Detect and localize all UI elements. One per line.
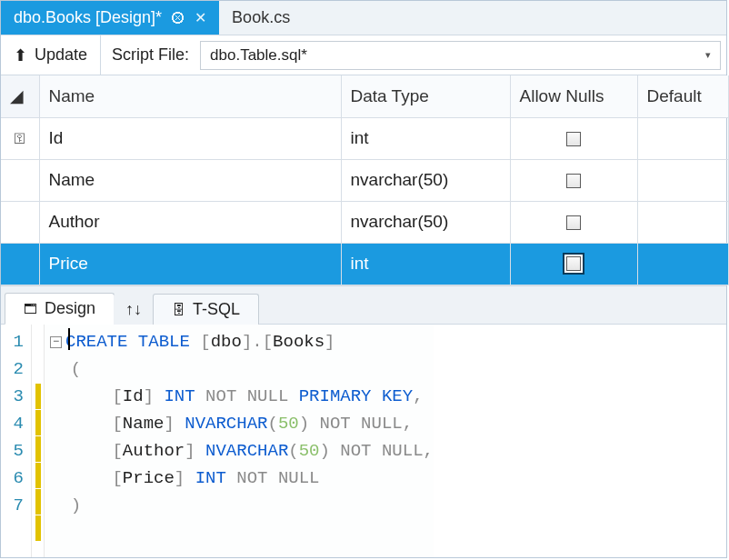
column-header-datatype[interactable]: Data Type xyxy=(341,75,510,117)
update-icon: ⬆ xyxy=(14,47,27,64)
designer-view-tabs: 🗔 Design ↑↓ 🗄 T-SQL xyxy=(1,286,726,325)
designer-toolbar: ⬆ Update Script File: dbo.Table.sql* ▾ xyxy=(1,35,726,75)
document-tab-strip: dbo.Books [Design]* ⮿ ✕ Book.cs xyxy=(1,1,726,35)
cell-default[interactable] xyxy=(637,243,728,285)
row-key-indicator: ⚿ xyxy=(1,117,39,159)
tab-book-cs[interactable]: Book.cs xyxy=(219,1,303,35)
row-key-indicator xyxy=(1,243,39,285)
tab-tsql-label: T-SQL xyxy=(193,300,240,319)
grid-header-row: ◢ Name Data Type Allow Nulls Default xyxy=(1,75,728,117)
tab-design-label: Design xyxy=(45,299,95,318)
checkbox-icon[interactable] xyxy=(566,215,581,230)
script-file-value: dbo.Table.sql* xyxy=(210,46,307,65)
tsql-editor[interactable]: 1 2 3 4 5 6 7 −CREATE TABLE [dbo].[Books… xyxy=(1,325,726,558)
cell-name[interactable]: Id xyxy=(39,117,341,159)
row-key-indicator xyxy=(1,159,39,201)
table-row[interactable]: Namenvarchar(50) xyxy=(1,159,728,201)
design-icon: 🗔 xyxy=(24,301,37,316)
tab-dbo-books-design[interactable]: dbo.Books [Design]* ⮿ ✕ xyxy=(1,1,219,35)
update-label: Update xyxy=(35,45,87,65)
swap-icon: ↑↓ xyxy=(125,300,142,319)
tab-design[interactable]: 🗔 Design xyxy=(5,293,115,325)
chevron-down-icon: ▾ xyxy=(705,49,711,61)
pin-icon[interactable]: ⮿ xyxy=(171,10,185,26)
cell-name[interactable]: Author xyxy=(39,201,341,243)
row-key-indicator xyxy=(1,201,39,243)
fold-toggle-icon[interactable]: − xyxy=(50,336,62,348)
columns-grid: ◢ Name Data Type Allow Nulls Default ⚿Id… xyxy=(1,75,726,286)
tab-label: dbo.Books [Design]* xyxy=(14,8,162,27)
grid-corner: ◢ xyxy=(1,75,39,117)
tab-tsql[interactable]: 🗄 T-SQL xyxy=(153,294,259,325)
columns-table: ◢ Name Data Type Allow Nulls Default ⚿Id… xyxy=(1,75,729,285)
line-number-gutter: 1 2 3 4 5 6 7 xyxy=(1,325,32,558)
cell-default[interactable] xyxy=(637,201,728,243)
cell-allownulls[interactable] xyxy=(510,117,637,159)
swap-panes-button[interactable]: ↑↓ xyxy=(114,294,154,325)
cell-datatype[interactable]: nvarchar(50) xyxy=(341,201,510,243)
cell-name[interactable]: Price xyxy=(39,243,341,285)
column-header-name[interactable]: Name xyxy=(39,75,341,117)
update-button[interactable]: ⬆ Update xyxy=(1,35,101,75)
table-row[interactable]: ⚿Idint xyxy=(1,117,728,159)
cell-default[interactable] xyxy=(637,159,728,201)
code-area[interactable]: −CREATE TABLE [dbo].[Books] ( [Id] INT N… xyxy=(45,325,434,558)
checkbox-icon[interactable] xyxy=(566,132,581,146)
cell-datatype[interactable]: nvarchar(50) xyxy=(341,159,510,201)
table-row[interactable]: Authornvarchar(50) xyxy=(1,201,728,243)
script-file-dropdown[interactable]: dbo.Table.sql* ▾ xyxy=(200,41,721,70)
cell-name[interactable]: Name xyxy=(39,159,341,201)
checkbox-icon[interactable] xyxy=(566,256,581,271)
column-header-allownulls[interactable]: Allow Nulls xyxy=(510,75,637,117)
close-icon[interactable]: ✕ xyxy=(195,9,206,26)
cell-allownulls[interactable] xyxy=(510,243,637,285)
cell-allownulls[interactable] xyxy=(510,159,637,201)
tsql-icon: 🗄 xyxy=(172,302,185,317)
table-row[interactable]: Priceint xyxy=(1,243,728,285)
change-markers xyxy=(32,325,45,558)
cell-datatype[interactable]: int xyxy=(341,117,510,159)
tab-label: Book.cs xyxy=(232,8,290,27)
text-cursor xyxy=(68,328,70,350)
script-file-label: Script File: xyxy=(101,45,200,65)
checkbox-icon[interactable] xyxy=(566,174,581,188)
cell-datatype[interactable]: int xyxy=(341,243,510,285)
cell-default[interactable] xyxy=(637,117,728,159)
cell-allownulls[interactable] xyxy=(510,201,637,243)
column-header-default[interactable]: Default xyxy=(637,75,728,117)
